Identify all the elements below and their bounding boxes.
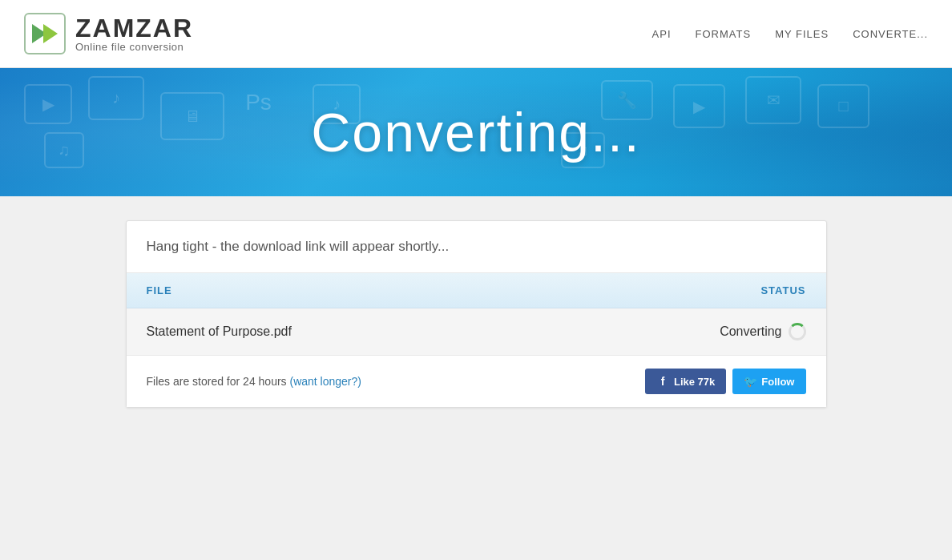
logo-title: ZAMZAR bbox=[75, 15, 193, 41]
facebook-like-label: Like 77k bbox=[674, 376, 715, 388]
deco-icon-7: ▶ bbox=[673, 84, 725, 128]
hero-banner: ▶ ♪ 🖥 ♫ Ps ♪ 🔧 ▶ ✉ □ ♫ Converting... bbox=[0, 68, 952, 196]
deco-icon-2: ♪ bbox=[88, 76, 144, 120]
twitter-follow-label: Follow bbox=[761, 376, 794, 388]
file-table-header: FILE STATUS bbox=[127, 273, 826, 308]
file-status-text: Converting bbox=[720, 324, 781, 339]
status-message: Hang tight - the download link will appe… bbox=[127, 221, 826, 273]
header: ZAMZAR Online file conversion API FORMAT… bbox=[0, 0, 952, 68]
col-file-header: FILE bbox=[147, 284, 172, 296]
svg-marker-1 bbox=[43, 24, 58, 43]
nav-converter[interactable]: CONVERTE... bbox=[853, 28, 928, 40]
deco-icon-9: □ bbox=[817, 84, 869, 128]
nav-formats[interactable]: FORMATS bbox=[696, 28, 752, 40]
deco-icon-1: ▶ bbox=[24, 84, 72, 124]
twitter-icon: 🐦 bbox=[744, 375, 756, 388]
deco-ps-label: Ps bbox=[232, 80, 284, 124]
file-row: Statement of Purpose.pdf Converting bbox=[127, 308, 826, 356]
col-status-header: STATUS bbox=[760, 284, 805, 296]
social-buttons: f Like 77k 🐦 Follow bbox=[645, 369, 806, 394]
logo-text-area: ZAMZAR Online file conversion bbox=[75, 15, 193, 53]
twitter-follow-button[interactable]: 🐦 Follow bbox=[732, 369, 805, 394]
logo-area: ZAMZAR Online file conversion bbox=[24, 13, 193, 54]
nav-links: API FORMATS MY FILES CONVERTE... bbox=[652, 28, 928, 40]
facebook-like-button[interactable]: f Like 77k bbox=[645, 369, 726, 394]
loading-spinner bbox=[789, 323, 806, 340]
file-name: Statement of Purpose.pdf bbox=[147, 324, 292, 339]
footer-row: Files are stored for 24 hours (want long… bbox=[127, 356, 826, 407]
nav-my-files[interactable]: MY FILES bbox=[775, 28, 829, 40]
main-content: Hang tight - the download link will appe… bbox=[0, 196, 952, 432]
hero-title: Converting... bbox=[311, 101, 641, 163]
deco-icon-4: ♫ bbox=[44, 132, 84, 168]
deco-icon-3: 🖥 bbox=[160, 92, 224, 140]
storage-text: Files are stored for 24 hours bbox=[147, 375, 290, 388]
content-box: Hang tight - the download link will appe… bbox=[126, 220, 827, 408]
file-status: Converting bbox=[720, 323, 805, 340]
facebook-icon: f bbox=[656, 375, 669, 388]
nav-api[interactable]: API bbox=[652, 28, 672, 40]
logo-subtitle: Online file conversion bbox=[75, 41, 193, 53]
logo-icon bbox=[24, 13, 66, 54]
deco-icon-8: ✉ bbox=[745, 76, 801, 124]
want-longer-link[interactable]: (want longer?) bbox=[289, 375, 361, 388]
storage-info: Files are stored for 24 hours (want long… bbox=[147, 375, 361, 388]
status-message-text: Hang tight - the download link will appe… bbox=[147, 239, 450, 254]
